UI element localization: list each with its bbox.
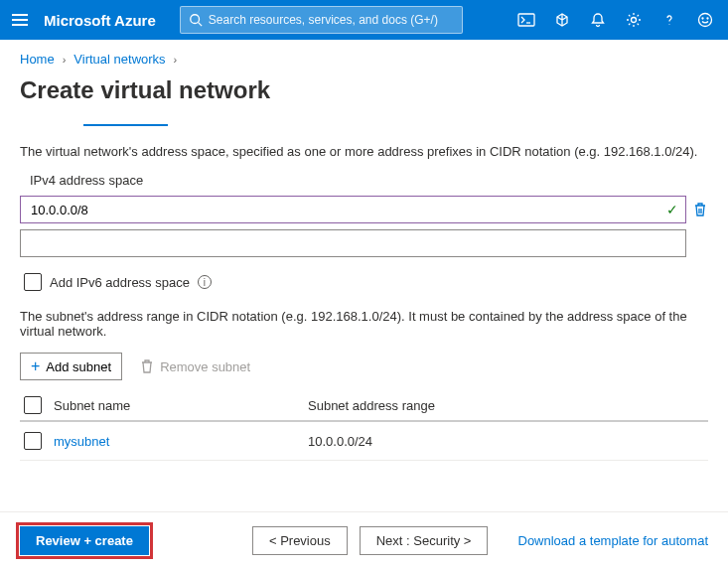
top-bar: Microsoft Azure	[0, 0, 728, 40]
svg-rect-2	[518, 14, 534, 26]
delete-address-icon[interactable]	[692, 202, 708, 217]
hamburger-icon[interactable]	[12, 10, 32, 30]
search-input[interactable]	[209, 13, 454, 27]
previous-button[interactable]: < Previous	[252, 526, 348, 555]
directory-icon[interactable]	[553, 11, 571, 29]
feedback-icon[interactable]	[696, 11, 714, 29]
download-template-link[interactable]: Download a template for automat	[518, 533, 709, 548]
chevron-right-icon: ›	[63, 54, 67, 66]
add-subnet-button[interactable]: + Add subnet	[20, 353, 122, 380]
ipv4-label: IPv4 address space	[30, 173, 708, 188]
svg-point-5	[699, 14, 712, 27]
subnet-description: The subnet's address range in CIDR notat…	[20, 309, 708, 339]
brand-label: Microsoft Azure	[44, 12, 156, 29]
wizard-footer: Review + create < Previous Next : Securi…	[0, 511, 728, 569]
svg-point-4	[632, 18, 637, 23]
help-icon[interactable]	[660, 11, 678, 29]
page-title: Create virtual network	[20, 76, 708, 104]
notifications-icon[interactable]	[589, 11, 607, 29]
address-space-description: The virtual network's address space, spe…	[20, 144, 708, 159]
next-button[interactable]: Next : Security >	[360, 526, 489, 555]
svg-line-1	[198, 23, 202, 27]
info-icon[interactable]: i	[198, 275, 212, 289]
subnet-range-value: 10.0.0.0/24	[308, 434, 372, 449]
col-subnet-range: Subnet address range	[308, 398, 435, 413]
chevron-right-icon: ›	[174, 54, 178, 66]
svg-point-7	[707, 18, 708, 19]
global-search[interactable]	[180, 6, 463, 34]
subnet-table-header: Subnet name Subnet address range	[20, 390, 708, 422]
active-tab-indicator	[83, 124, 168, 126]
checkmark-icon: ✓	[666, 202, 678, 217]
trash-icon	[140, 358, 154, 374]
ipv4-address-input-1[interactable]	[20, 196, 686, 223]
subnet-name-link[interactable]: mysubnet	[54, 434, 109, 449]
ipv6-checkbox[interactable]	[24, 273, 42, 291]
subnet-row: mysubnet 10.0.0.0/24	[20, 422, 708, 461]
ipv4-address-input-2[interactable]	[20, 229, 686, 257]
breadcrumb-virtual-networks[interactable]: Virtual networks	[73, 52, 165, 67]
select-all-checkbox[interactable]	[24, 396, 42, 414]
settings-icon[interactable]	[625, 11, 643, 29]
svg-point-6	[702, 18, 703, 19]
remove-subnet-button: Remove subnet	[136, 353, 254, 380]
plus-icon: +	[31, 358, 40, 374]
col-subnet-name: Subnet name	[54, 398, 130, 413]
svg-point-0	[191, 15, 200, 24]
search-icon	[189, 13, 203, 27]
topbar-actions	[517, 11, 714, 29]
breadcrumb: Home › Virtual networks ›	[20, 52, 708, 67]
ipv6-checkbox-label: Add IPv6 address space	[50, 275, 190, 290]
review-create-button[interactable]: Review + create	[20, 526, 149, 555]
cloud-shell-icon[interactable]	[517, 11, 535, 29]
breadcrumb-home[interactable]: Home	[20, 52, 55, 67]
row-checkbox[interactable]	[24, 432, 42, 450]
